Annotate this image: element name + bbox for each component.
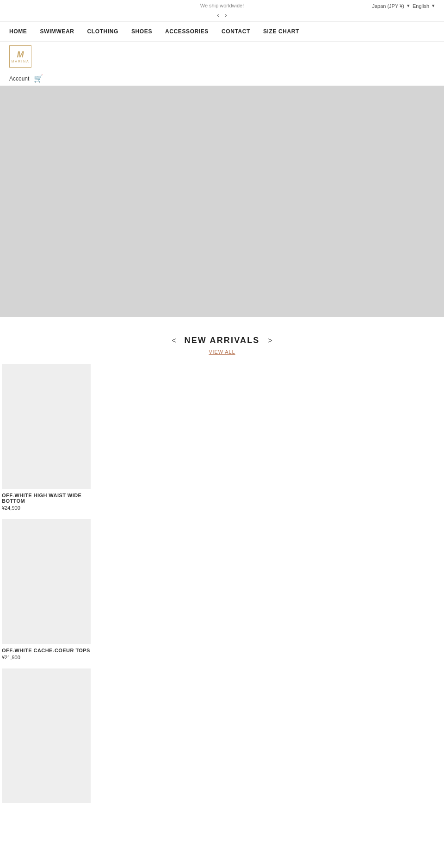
product-image-2 (2, 668, 91, 803)
next-arrow[interactable]: › (225, 11, 227, 19)
view-all-link[interactable]: VIEW ALL (209, 349, 235, 355)
nav-clothing[interactable]: CLOTHING (87, 28, 118, 35)
product-item[interactable]: OFF-WHITE CACHE-COEUR TOPS ¥21,900 (2, 519, 91, 668)
arrivals-header: < NEW ARRIVALS > (0, 336, 444, 345)
product-image-1 (2, 519, 91, 644)
product-item[interactable]: OFF-WHITE HIGH WAIST WIDE BOTTOM ¥24,900 (2, 364, 91, 519)
nav-shoes[interactable]: SHOES (131, 28, 152, 35)
cart-icon[interactable]: 🛒 (34, 74, 43, 83)
nav-size-chart[interactable]: SIZE CHART (263, 28, 299, 35)
logo-row: M MARINA (0, 42, 444, 71)
product-price-1: ¥21,900 (2, 655, 91, 660)
nav-swimwear[interactable]: SWIMWEAR (40, 28, 74, 35)
nav-accessories[interactable]: ACCESSORIES (165, 28, 209, 35)
main-nav: HOME SWIMWEAR CLOTHING SHOES ACCESSORIES… (0, 21, 444, 42)
shipping-text: We ship worldwide! (200, 3, 244, 8)
logo[interactable]: M MARINA (9, 45, 31, 68)
language-dropdown-icon: ▾ (432, 3, 435, 9)
product-image-0 (2, 364, 91, 489)
logo-letter: M (17, 50, 24, 60)
arrivals-prev-arrow[interactable]: < (172, 337, 176, 345)
product-name-0: OFF-WHITE HIGH WAIST WIDE BOTTOM (2, 493, 91, 504)
region-dropdown-icon: ▾ (407, 3, 410, 9)
arrivals-title: NEW ARRIVALS (185, 336, 260, 345)
hero-image (0, 86, 444, 317)
account-link[interactable]: Account (9, 75, 29, 82)
view-all-row: VIEW ALL (0, 347, 444, 356)
nav-contact[interactable]: CONTACT (222, 28, 250, 35)
logo-name: MARINA (11, 60, 29, 63)
account-row: Account 🛒 (0, 71, 444, 86)
nav-home[interactable]: HOME (9, 28, 27, 35)
product-price-0: ¥24,900 (2, 505, 91, 511)
region-selector[interactable]: Japan (JPY ¥) (372, 3, 404, 9)
prev-arrow[interactable]: ‹ (217, 11, 219, 19)
arrivals-next-arrow[interactable]: > (268, 337, 272, 345)
product-item[interactable] (2, 668, 91, 811)
language-selector[interactable]: English (413, 3, 429, 9)
product-list: OFF-WHITE HIGH WAIST WIDE BOTTOM ¥24,900… (0, 364, 444, 811)
product-name-1: OFF-WHITE CACHE-COEUR TOPS (2, 648, 91, 653)
